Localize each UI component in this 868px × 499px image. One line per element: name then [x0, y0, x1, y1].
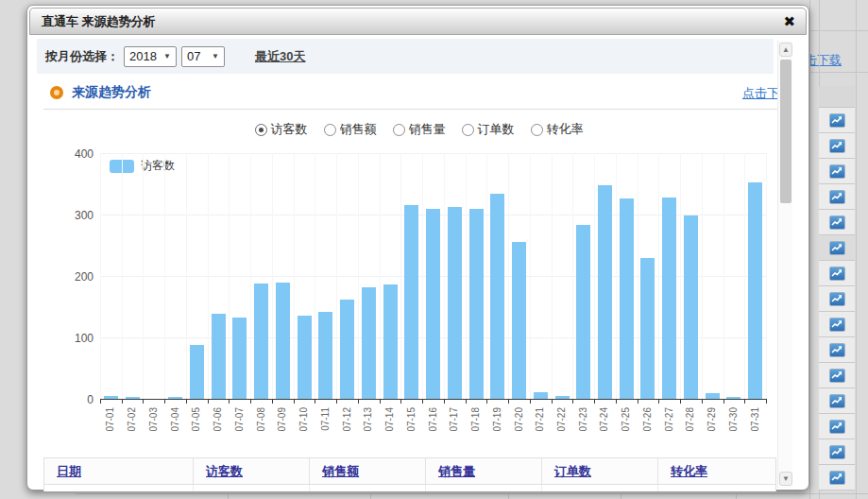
metric-radio-4[interactable]: 订单数 — [462, 121, 515, 138]
bar-07-10[interactable] — [298, 316, 312, 399]
x-axis-tick-label: 07-31 — [750, 407, 761, 445]
x-axis-tick-label: 07-14 — [384, 407, 396, 445]
bar-07-17[interactable] — [448, 207, 462, 399]
trend-chart-icon[interactable] — [829, 471, 845, 485]
y-gridline — [100, 153, 766, 154]
trend-chart-icon[interactable] — [829, 343, 845, 357]
trend-chart-icon[interactable] — [829, 190, 845, 204]
bar-07-15[interactable] — [404, 205, 418, 399]
x-gridline — [616, 153, 617, 399]
bar-07-02[interactable] — [126, 397, 140, 399]
bar-07-22[interactable] — [555, 396, 570, 399]
bar-07-01[interactable] — [104, 396, 118, 399]
table-sort-link[interactable]: 日期 — [57, 464, 81, 478]
scroll-down-icon[interactable]: ▼ — [779, 472, 792, 486]
trend-chart-icon[interactable] — [829, 215, 845, 230]
background-row-border — [809, 72, 868, 73]
bar-07-25[interactable] — [620, 198, 634, 399]
metric-radio-1[interactable]: 访客数 — [255, 121, 308, 138]
dialog-scrollbar[interactable]: ▲ ▼ — [777, 41, 792, 488]
bar-07-08[interactable] — [254, 284, 268, 399]
bar-07-05[interactable] — [190, 345, 204, 399]
bar-07-30[interactable] — [726, 397, 740, 399]
table-sort-link[interactable]: 访客数 — [206, 464, 243, 478]
bar-07-07[interactable] — [232, 318, 247, 399]
bar-07-27[interactable] — [662, 198, 676, 399]
bar-07-13[interactable] — [362, 287, 376, 399]
radio-icon[interactable] — [324, 124, 336, 136]
x-gridline — [552, 153, 553, 399]
bar-07-29[interactable] — [706, 393, 720, 399]
table-sort-link[interactable]: 转化率 — [671, 464, 707, 478]
bar-07-28[interactable] — [684, 215, 698, 399]
table-sort-link[interactable]: 销售量 — [438, 464, 475, 478]
radio-icon[interactable] — [393, 124, 405, 136]
x-axis-tick-label: 07-04 — [170, 407, 181, 445]
radio-selected-icon[interactable] — [255, 124, 267, 136]
x-axis-tick-label: 07-05 — [191, 407, 202, 445]
bar-07-16[interactable] — [426, 209, 440, 399]
page: 点击下载 直通车 来源趋势分析 ✖ 按月份选择： 2018 ▼ 07 ▼ — [0, 0, 868, 499]
table-sort-link[interactable]: 销售额 — [322, 464, 359, 478]
x-gridline — [400, 153, 401, 399]
metric-radio-5[interactable]: 转化率 — [531, 121, 584, 138]
trend-chart-icon[interactable] — [829, 139, 845, 153]
bar-07-04[interactable] — [168, 397, 182, 399]
bar-07-14[interactable] — [383, 284, 398, 399]
trend-chart-icon[interactable] — [829, 394, 845, 408]
x-gridline — [294, 153, 295, 399]
x-gridline — [250, 153, 251, 399]
trend-chart-icon[interactable] — [829, 445, 845, 459]
y-axis-tick-label: 300 — [58, 209, 94, 222]
trend-chart-icon[interactable] — [829, 420, 845, 434]
x-gridline — [466, 153, 467, 399]
metric-radio-2[interactable]: 销售额 — [324, 121, 377, 138]
x-axis-tick-label: 07-24 — [599, 407, 610, 445]
trend-chart-icon[interactable] — [829, 241, 845, 255]
trend-chart-icon[interactable] — [829, 369, 845, 383]
trend-chart-icon[interactable] — [829, 113, 845, 128]
background-table-row — [819, 108, 855, 133]
bar-07-19[interactable] — [490, 194, 504, 399]
scroll-up-icon[interactable]: ▲ — [779, 43, 792, 57]
recent-30-days-link[interactable]: 最近30天 — [255, 48, 305, 65]
radio-icon[interactable] — [462, 124, 474, 136]
trend-chart-icon[interactable] — [829, 292, 845, 306]
trend-chart-icon[interactable] — [829, 267, 845, 281]
x-axis-tick-label: 07-08 — [256, 407, 267, 445]
bar-07-11[interactable] — [318, 312, 332, 399]
x-axis-tick-label: 07-06 — [213, 407, 224, 445]
bar-07-12[interactable] — [340, 300, 354, 399]
bar-07-20[interactable] — [512, 242, 526, 399]
metric-radio-3[interactable]: 销售量 — [393, 121, 446, 138]
year-select[interactable]: 2018 ▼ — [124, 46, 177, 67]
data-table-header: 日期访客数销售额销售量订单数转化率 — [43, 457, 776, 485]
x-gridline — [336, 153, 337, 399]
bar-07-06[interactable] — [212, 314, 226, 399]
x-axis-tick-label: 07-17 — [449, 407, 460, 445]
scrollbar-thumb[interactable] — [780, 60, 791, 203]
trend-chart-icon[interactable] — [829, 164, 845, 179]
background-table-row — [819, 312, 855, 337]
bar-07-09[interactable] — [276, 283, 290, 399]
radio-icon[interactable] — [531, 124, 543, 136]
trend-chart-icon[interactable] — [829, 318, 845, 332]
table-sort-link[interactable]: 订单数 — [554, 464, 591, 478]
month-selector-label: 按月份选择： — [45, 48, 119, 65]
metric-radio-label: 销售额 — [340, 121, 377, 138]
x-axis-tick-label: 07-21 — [535, 407, 546, 445]
bar-07-23[interactable] — [576, 225, 590, 399]
bar-07-24[interactable] — [598, 185, 612, 399]
bar-07-21[interactable] — [534, 392, 548, 399]
bar-07-31[interactable] — [748, 182, 762, 399]
x-gridline — [680, 153, 681, 399]
section-divider — [43, 109, 792, 110]
month-select[interactable]: 07 ▼ — [181, 46, 225, 67]
dialog-titlebar[interactable]: 直通车 来源趋势分析 ✖ — [29, 8, 807, 35]
bar-07-26[interactable] — [640, 258, 655, 399]
bar-07-18[interactable] — [469, 209, 484, 399]
background-table-row — [819, 184, 855, 210]
close-icon[interactable]: ✖ — [783, 9, 795, 34]
x-axis-tick-label: 07-29 — [706, 407, 718, 445]
y-axis-tick-label: 400 — [58, 147, 94, 161]
